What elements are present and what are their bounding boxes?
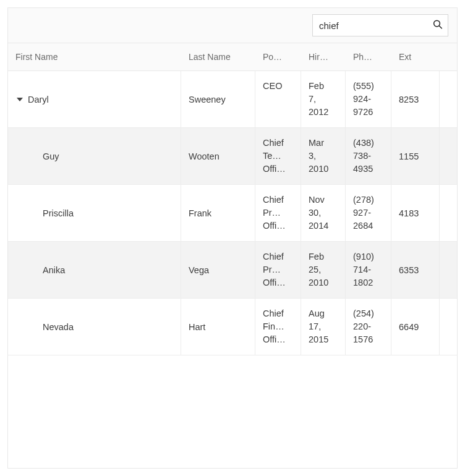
treelist-grid: First Name Last Name Po… Hir… Ph… Ext Da… <box>8 43 457 355</box>
cell-position: ChiefPr…Offi… <box>255 185 301 241</box>
cell-first-name: Nevada <box>8 299 181 355</box>
header-position[interactable]: Po… <box>255 43 301 70</box>
expand-icon[interactable] <box>17 98 23 101</box>
search-input[interactable] <box>312 14 448 36</box>
cell-ext: 6649 <box>391 299 440 355</box>
header-ext[interactable]: Ext <box>391 43 440 70</box>
first-name-text: Priscilla <box>43 208 74 218</box>
cell-phone: (910)714-1802 <box>346 242 391 298</box>
header-first-name[interactable]: First Name <box>8 43 181 70</box>
cell-ext: 4183 <box>391 185 440 241</box>
cell-last-name: Hart <box>181 299 255 355</box>
cell-last-name: Sweeney <box>181 71 255 127</box>
cell-ext: 8253 <box>391 71 440 127</box>
cell-position: ChiefFin…Offi… <box>255 299 301 355</box>
first-name-text: Daryl <box>28 95 49 104</box>
header-hire-date[interactable]: Hir… <box>301 43 346 70</box>
cell-position: ChiefPr…Offi… <box>255 242 301 298</box>
cell-first-name: Daryl <box>8 71 181 127</box>
first-name-text: Nevada <box>43 322 74 332</box>
cell-ext: 1155 <box>391 128 440 184</box>
cell-phone: (438)738-4935 <box>346 128 391 184</box>
table-row[interactable]: DarylSweeneyCEOFeb7,2012(555)924-9726825… <box>8 71 457 128</box>
cell-last-name: Wooten <box>181 128 255 184</box>
cell-position: CEO <box>255 71 301 127</box>
table-row[interactable]: PriscillaFrankChiefPr…Offi…Nov30,2014(27… <box>8 185 457 242</box>
cell-first-name: Anika <box>8 242 181 298</box>
cell-first-name: Priscilla <box>8 185 181 241</box>
cell-first-name: Guy <box>8 128 181 184</box>
table-row[interactable]: AnikaVegaChiefPr…Offi…Feb25,2010(910)714… <box>8 242 457 299</box>
cell-ext: 6353 <box>391 242 440 298</box>
cell-spacer <box>440 299 457 355</box>
first-name-text: Anika <box>43 265 65 275</box>
cell-position: ChiefTe…Offi… <box>255 128 301 184</box>
cell-spacer <box>440 242 457 298</box>
cell-phone: (278)927-2684 <box>346 185 391 241</box>
header-phone[interactable]: Ph… <box>346 43 391 70</box>
table-row[interactable]: NevadaHartChiefFin…Offi…Aug17,2015(254)2… <box>8 299 457 355</box>
search-wrap <box>312 14 448 36</box>
table-body: DarylSweeneyCEOFeb7,2012(555)924-9726825… <box>8 71 457 355</box>
header-spacer <box>440 43 457 70</box>
table-row[interactable]: GuyWootenChiefTe…Offi…Mar3,2010(438)738-… <box>8 128 457 185</box>
cell-hire-date: Feb7,2012 <box>301 71 346 127</box>
cell-hire-date: Aug17,2015 <box>301 299 346 355</box>
cell-last-name: Vega <box>181 242 255 298</box>
toolbar <box>8 8 457 43</box>
cell-hire-date: Nov30,2014 <box>301 185 346 241</box>
cell-hire-date: Mar3,2010 <box>301 128 346 184</box>
treelist-panel: First Name Last Name Po… Hir… Ph… Ext Da… <box>7 7 458 469</box>
header-row: First Name Last Name Po… Hir… Ph… Ext <box>8 43 457 71</box>
cell-spacer <box>440 71 457 127</box>
cell-spacer <box>440 128 457 184</box>
cell-phone: (254)220-1576 <box>346 299 391 355</box>
first-name-text: Guy <box>43 151 59 161</box>
cell-spacer <box>440 185 457 241</box>
cell-hire-date: Feb25,2010 <box>301 242 346 298</box>
cell-phone: (555)924-9726 <box>346 71 391 127</box>
header-last-name[interactable]: Last Name <box>181 43 255 70</box>
cell-last-name: Frank <box>181 185 255 241</box>
